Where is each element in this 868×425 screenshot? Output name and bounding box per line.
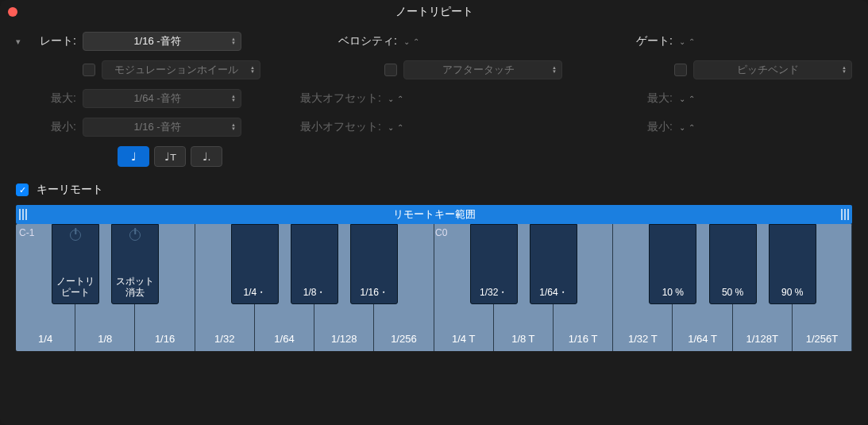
velocity-max-offset-label: 最大オフセット:	[286, 91, 381, 106]
gate-stepper[interactable]: ⌄⌃	[679, 37, 695, 46]
rate-min-value: 1/16 -音符	[133, 120, 180, 134]
rate-max-label: 最大:	[35, 91, 76, 106]
black-key-label: 1/32・	[480, 287, 507, 298]
black-key[interactable]: 1/8・	[291, 224, 338, 304]
aftertouch-value: アフタータッチ	[442, 63, 515, 77]
black-key[interactable]: 1/4・	[231, 224, 279, 304]
note-plain-button[interactable]: ♩	[118, 146, 149, 167]
key-remote-checkbox[interactable]: ✓	[16, 184, 29, 196]
aftertouch-select[interactable]: アフタータッチ ▲▼	[403, 60, 562, 79]
black-key[interactable]: 90 %	[769, 224, 816, 304]
select-arrows-icon: ▲▼	[250, 66, 255, 74]
black-key-label: スポット消去	[116, 276, 154, 299]
select-arrows-icon: ▲▼	[231, 37, 236, 45]
keyboard: 1/41/81/161/321/641/1281/2561/4 T1/8 T1/…	[16, 224, 852, 351]
select-arrows-icon: ▲▼	[552, 66, 557, 74]
rate-value: 1/16 -音符	[133, 34, 180, 48]
black-key-label: 90 %	[781, 287, 803, 298]
range-label: リモートキー範囲	[393, 207, 476, 222]
range-handle-right[interactable]	[841, 209, 849, 220]
controls-area: ▾ レート: 1/16 -音符 ▲▼ ベロシティ: ⌄⌃ ゲート: ⌄⌃ モジュ…	[0, 24, 868, 183]
key-remote-label: キーリモート	[37, 183, 103, 197]
black-key-label: 10 %	[662, 287, 684, 298]
aftertouch-checkbox[interactable]	[384, 64, 397, 76]
velocity-min-offset-label: 最小オフセット:	[286, 120, 381, 134]
black-key[interactable]: ノートリピート	[52, 224, 99, 304]
black-key[interactable]: 10 %	[649, 224, 696, 304]
range-handle-left[interactable]	[19, 209, 27, 220]
rate-select[interactable]: 1/16 -音符 ▲▼	[83, 32, 241, 51]
black-key[interactable]: 1/32・	[470, 224, 518, 304]
black-key-label: 1/16・	[361, 287, 388, 298]
key-remote-section: ✓ キーリモート リモートキー範囲 1/41/81/161/321/641/12…	[0, 183, 868, 367]
rate-label: レート:	[35, 34, 76, 48]
gate-label: ゲート:	[636, 34, 673, 48]
velocity-max-offset-stepper[interactable]: ⌄⌃	[388, 95, 403, 103]
remote-key-range-bar[interactable]: リモートキー範囲	[16, 205, 852, 224]
black-key-label: 1/4・	[244, 287, 267, 298]
select-arrows-icon: ▲▼	[231, 95, 236, 102]
power-icon	[70, 230, 81, 241]
pitchbend-checkbox[interactable]	[674, 64, 687, 76]
note-dotted-button[interactable]: ♩.	[191, 146, 222, 167]
gate-max-stepper[interactable]: ⌄⌃	[679, 95, 695, 103]
gate-max-label: 最大:	[647, 91, 673, 106]
black-key[interactable]: スポット消去	[111, 224, 159, 304]
select-arrows-icon: ▲▼	[842, 66, 847, 74]
note-triplet-button[interactable]: ♩ᴛ	[154, 146, 186, 167]
rate-max-value: 1/64 -音符	[133, 91, 180, 106]
select-arrows-icon: ▲▼	[231, 123, 236, 131]
velocity-stepper[interactable]: ⌄⌃	[403, 37, 419, 46]
black-key[interactable]: 1/16・	[350, 224, 398, 304]
black-key[interactable]: 1/64・	[530, 224, 577, 304]
pitchbend-select[interactable]: ピッチベンド ▲▼	[693, 60, 852, 79]
titlebar: ノートリピート	[0, 0, 868, 24]
pitchbend-value: ピッチベンド	[737, 63, 799, 77]
rate-max-select[interactable]: 1/64 -音符 ▲▼	[83, 89, 241, 108]
black-key-label: ノートリピート	[56, 276, 95, 299]
black-key-label: 1/8・	[303, 287, 326, 298]
modwheel-checkbox[interactable]	[83, 64, 95, 76]
rate-min-label: 最小:	[35, 120, 76, 134]
velocity-label: ベロシティ:	[302, 34, 397, 48]
disclosure-toggle[interactable]: ▾	[16, 37, 29, 47]
power-icon	[129, 230, 141, 241]
gate-min-label: 最小:	[647, 120, 673, 134]
rate-min-select[interactable]: 1/16 -音符 ▲▼	[83, 118, 241, 137]
window-title: ノートリピート	[395, 5, 473, 19]
gate-min-stepper[interactable]: ⌄⌃	[679, 123, 695, 132]
velocity-min-offset-stepper[interactable]: ⌄⌃	[388, 123, 403, 132]
modwheel-select[interactable]: モジュレーションホイール ▲▼	[102, 60, 260, 79]
note-repeat-window: ノートリピート ▾ レート: 1/16 -音符 ▲▼ ベロシティ: ⌄⌃ ゲート…	[0, 0, 868, 425]
black-key-label: 50 %	[722, 287, 743, 298]
modwheel-value: モジュレーションホイール	[114, 63, 238, 77]
black-key[interactable]: 50 %	[709, 224, 757, 304]
close-button[interactable]	[8, 7, 17, 17]
black-key-label: 1/64・	[539, 287, 567, 298]
